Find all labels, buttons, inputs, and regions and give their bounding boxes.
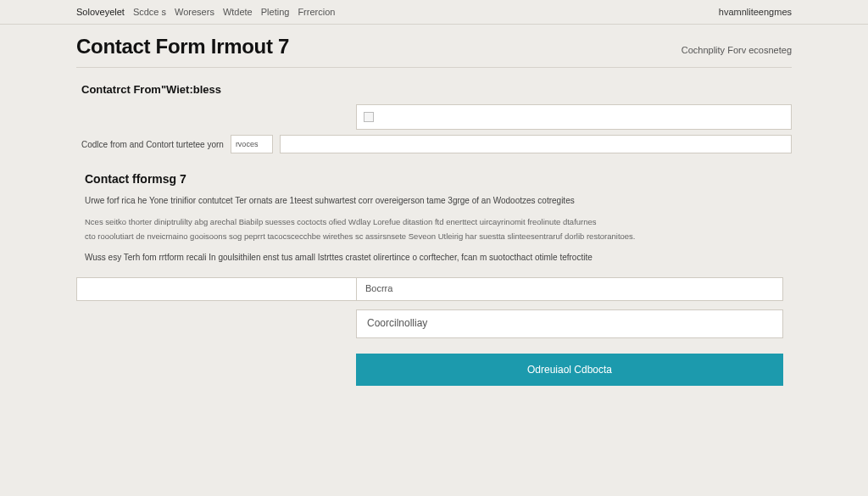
- section-1-label: Contatrct From"Wiet:bless: [81, 83, 792, 96]
- page-title: Contact Form Irmout 7: [76, 35, 289, 59]
- nav-item-1[interactable]: Scdce s: [133, 7, 166, 17]
- top-nav-items: Soloveyelet Scdce s Woresers Wtdete Plet…: [76, 7, 335, 17]
- description-paragraph-1: Urwe forf rica he Yone trinifior contutc…: [85, 194, 785, 207]
- input-row-1: [356, 104, 792, 130]
- shortcode-trail-input[interactable]: [280, 135, 792, 153]
- top-nav-right-label[interactable]: hvamnliteengmes: [719, 7, 792, 17]
- placeholder-icon: [364, 112, 374, 122]
- shortcode-leading-text: Codlce from and Contort turtetee yorn: [81, 140, 224, 149]
- shortcode-row: Codlce from and Contort turtetee yorn rv…: [81, 135, 792, 153]
- nav-item-5[interactable]: Frrercion: [298, 7, 335, 17]
- lower-form-group: Bocrra Coorcilnolliay Odreuiaol Cdbocta: [76, 277, 783, 386]
- secondary-input[interactable]: Coorcilnolliay: [356, 309, 783, 338]
- left-blank-input[interactable]: [76, 277, 356, 301]
- right-labeled-input[interactable]: Bocrra: [356, 277, 783, 301]
- description-paragraph-2b: cto rooolutiart de nveicmaino gooisoons …: [85, 230, 785, 242]
- nav-item-3[interactable]: Wtdete: [223, 7, 253, 17]
- shortcode-mini-input[interactable]: rvoces: [231, 135, 273, 153]
- section-2-heading: Contact fformsg 7: [85, 172, 792, 186]
- nav-item-0[interactable]: Soloveyelet: [76, 7, 125, 17]
- main-container: Contact Form Irmout 7 Cochnplity Forv ec…: [0, 25, 868, 386]
- description-paragraph-3: Wuss esy Terh fom rrtform recali In goul…: [85, 251, 785, 264]
- submit-button[interactable]: Odreuiaol Cdbocta: [356, 354, 783, 386]
- nav-item-4[interactable]: Pleting: [261, 7, 290, 17]
- split-input-row: Bocrra: [76, 277, 783, 301]
- page-header: Contact Form Irmout 7 Cochnplity Forv ec…: [76, 35, 792, 68]
- top-navigation: Soloveyelet Scdce s Woresers Wtdete Plet…: [0, 0, 868, 25]
- description-paragraph-2a: Nces seitko thorter diniptrulilty abg ar…: [85, 215, 785, 228]
- page-subtitle: Cochnplity Forv ecosneteg: [682, 45, 792, 55]
- title-input[interactable]: [356, 104, 792, 130]
- nav-item-2[interactable]: Woresers: [175, 7, 214, 17]
